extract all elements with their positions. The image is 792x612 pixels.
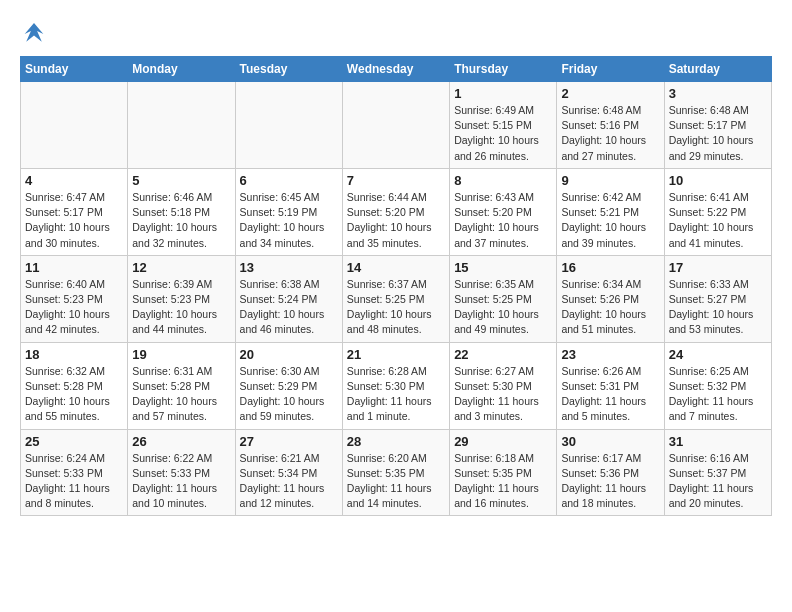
calendar-cell: 22Sunrise: 6:27 AMSunset: 5:30 PMDayligh… bbox=[450, 342, 557, 429]
day-info: Sunrise: 6:25 AMSunset: 5:32 PMDaylight:… bbox=[669, 364, 767, 425]
day-number: 6 bbox=[240, 173, 338, 188]
day-info: Sunrise: 6:40 AMSunset: 5:23 PMDaylight:… bbox=[25, 277, 123, 338]
day-info: Sunrise: 6:34 AMSunset: 5:26 PMDaylight:… bbox=[561, 277, 659, 338]
day-number: 2 bbox=[561, 86, 659, 101]
day-number: 9 bbox=[561, 173, 659, 188]
day-info: Sunrise: 6:42 AMSunset: 5:21 PMDaylight:… bbox=[561, 190, 659, 251]
day-info: Sunrise: 6:17 AMSunset: 5:36 PMDaylight:… bbox=[561, 451, 659, 512]
day-header-friday: Friday bbox=[557, 57, 664, 82]
day-info: Sunrise: 6:22 AMSunset: 5:33 PMDaylight:… bbox=[132, 451, 230, 512]
calendar-cell bbox=[235, 82, 342, 169]
day-number: 18 bbox=[25, 347, 123, 362]
day-header-monday: Monday bbox=[128, 57, 235, 82]
day-info: Sunrise: 6:18 AMSunset: 5:35 PMDaylight:… bbox=[454, 451, 552, 512]
calendar-cell: 13Sunrise: 6:38 AMSunset: 5:24 PMDayligh… bbox=[235, 255, 342, 342]
calendar-cell: 27Sunrise: 6:21 AMSunset: 5:34 PMDayligh… bbox=[235, 429, 342, 516]
day-number: 26 bbox=[132, 434, 230, 449]
day-number: 29 bbox=[454, 434, 552, 449]
day-info: Sunrise: 6:45 AMSunset: 5:19 PMDaylight:… bbox=[240, 190, 338, 251]
day-header-saturday: Saturday bbox=[664, 57, 771, 82]
day-info: Sunrise: 6:37 AMSunset: 5:25 PMDaylight:… bbox=[347, 277, 445, 338]
day-number: 4 bbox=[25, 173, 123, 188]
day-number: 19 bbox=[132, 347, 230, 362]
day-info: Sunrise: 6:43 AMSunset: 5:20 PMDaylight:… bbox=[454, 190, 552, 251]
day-info: Sunrise: 6:31 AMSunset: 5:28 PMDaylight:… bbox=[132, 364, 230, 425]
day-number: 12 bbox=[132, 260, 230, 275]
day-info: Sunrise: 6:39 AMSunset: 5:23 PMDaylight:… bbox=[132, 277, 230, 338]
calendar-cell: 29Sunrise: 6:18 AMSunset: 5:35 PMDayligh… bbox=[450, 429, 557, 516]
calendar-cell: 11Sunrise: 6:40 AMSunset: 5:23 PMDayligh… bbox=[21, 255, 128, 342]
day-header-tuesday: Tuesday bbox=[235, 57, 342, 82]
day-number: 1 bbox=[454, 86, 552, 101]
logo bbox=[20, 20, 52, 48]
day-number: 13 bbox=[240, 260, 338, 275]
day-number: 21 bbox=[347, 347, 445, 362]
calendar-cell: 4Sunrise: 6:47 AMSunset: 5:17 PMDaylight… bbox=[21, 168, 128, 255]
day-number: 5 bbox=[132, 173, 230, 188]
calendar-cell: 14Sunrise: 6:37 AMSunset: 5:25 PMDayligh… bbox=[342, 255, 449, 342]
calendar-cell: 20Sunrise: 6:30 AMSunset: 5:29 PMDayligh… bbox=[235, 342, 342, 429]
day-info: Sunrise: 6:48 AMSunset: 5:16 PMDaylight:… bbox=[561, 103, 659, 164]
calendar-cell: 10Sunrise: 6:41 AMSunset: 5:22 PMDayligh… bbox=[664, 168, 771, 255]
day-number: 8 bbox=[454, 173, 552, 188]
day-number: 7 bbox=[347, 173, 445, 188]
day-number: 25 bbox=[25, 434, 123, 449]
page-header bbox=[20, 20, 772, 48]
calendar-cell: 28Sunrise: 6:20 AMSunset: 5:35 PMDayligh… bbox=[342, 429, 449, 516]
calendar-cell: 15Sunrise: 6:35 AMSunset: 5:25 PMDayligh… bbox=[450, 255, 557, 342]
calendar-cell: 9Sunrise: 6:42 AMSunset: 5:21 PMDaylight… bbox=[557, 168, 664, 255]
calendar-cell: 26Sunrise: 6:22 AMSunset: 5:33 PMDayligh… bbox=[128, 429, 235, 516]
day-info: Sunrise: 6:46 AMSunset: 5:18 PMDaylight:… bbox=[132, 190, 230, 251]
day-info: Sunrise: 6:21 AMSunset: 5:34 PMDaylight:… bbox=[240, 451, 338, 512]
day-info: Sunrise: 6:20 AMSunset: 5:35 PMDaylight:… bbox=[347, 451, 445, 512]
calendar-cell: 23Sunrise: 6:26 AMSunset: 5:31 PMDayligh… bbox=[557, 342, 664, 429]
day-number: 24 bbox=[669, 347, 767, 362]
calendar-week-row: 1Sunrise: 6:49 AMSunset: 5:15 PMDaylight… bbox=[21, 82, 772, 169]
calendar-cell: 18Sunrise: 6:32 AMSunset: 5:28 PMDayligh… bbox=[21, 342, 128, 429]
day-info: Sunrise: 6:35 AMSunset: 5:25 PMDaylight:… bbox=[454, 277, 552, 338]
day-number: 27 bbox=[240, 434, 338, 449]
calendar-cell: 19Sunrise: 6:31 AMSunset: 5:28 PMDayligh… bbox=[128, 342, 235, 429]
calendar-table: SundayMondayTuesdayWednesdayThursdayFrid… bbox=[20, 56, 772, 516]
day-info: Sunrise: 6:49 AMSunset: 5:15 PMDaylight:… bbox=[454, 103, 552, 164]
day-info: Sunrise: 6:30 AMSunset: 5:29 PMDaylight:… bbox=[240, 364, 338, 425]
day-header-sunday: Sunday bbox=[21, 57, 128, 82]
day-number: 14 bbox=[347, 260, 445, 275]
calendar-cell: 21Sunrise: 6:28 AMSunset: 5:30 PMDayligh… bbox=[342, 342, 449, 429]
day-number: 17 bbox=[669, 260, 767, 275]
day-info: Sunrise: 6:26 AMSunset: 5:31 PMDaylight:… bbox=[561, 364, 659, 425]
day-info: Sunrise: 6:38 AMSunset: 5:24 PMDaylight:… bbox=[240, 277, 338, 338]
calendar-week-row: 4Sunrise: 6:47 AMSunset: 5:17 PMDaylight… bbox=[21, 168, 772, 255]
day-info: Sunrise: 6:48 AMSunset: 5:17 PMDaylight:… bbox=[669, 103, 767, 164]
calendar-cell bbox=[342, 82, 449, 169]
day-info: Sunrise: 6:44 AMSunset: 5:20 PMDaylight:… bbox=[347, 190, 445, 251]
calendar-cell bbox=[128, 82, 235, 169]
calendar-header-row: SundayMondayTuesdayWednesdayThursdayFrid… bbox=[21, 57, 772, 82]
day-number: 10 bbox=[669, 173, 767, 188]
day-info: Sunrise: 6:16 AMSunset: 5:37 PMDaylight:… bbox=[669, 451, 767, 512]
calendar-cell: 24Sunrise: 6:25 AMSunset: 5:32 PMDayligh… bbox=[664, 342, 771, 429]
day-header-thursday: Thursday bbox=[450, 57, 557, 82]
calendar-cell: 2Sunrise: 6:48 AMSunset: 5:16 PMDaylight… bbox=[557, 82, 664, 169]
day-info: Sunrise: 6:27 AMSunset: 5:30 PMDaylight:… bbox=[454, 364, 552, 425]
day-info: Sunrise: 6:41 AMSunset: 5:22 PMDaylight:… bbox=[669, 190, 767, 251]
day-number: 23 bbox=[561, 347, 659, 362]
day-info: Sunrise: 6:32 AMSunset: 5:28 PMDaylight:… bbox=[25, 364, 123, 425]
calendar-cell: 17Sunrise: 6:33 AMSunset: 5:27 PMDayligh… bbox=[664, 255, 771, 342]
calendar-cell: 30Sunrise: 6:17 AMSunset: 5:36 PMDayligh… bbox=[557, 429, 664, 516]
day-number: 15 bbox=[454, 260, 552, 275]
day-number: 28 bbox=[347, 434, 445, 449]
day-header-wednesday: Wednesday bbox=[342, 57, 449, 82]
day-info: Sunrise: 6:47 AMSunset: 5:17 PMDaylight:… bbox=[25, 190, 123, 251]
day-number: 22 bbox=[454, 347, 552, 362]
day-number: 20 bbox=[240, 347, 338, 362]
calendar-week-row: 25Sunrise: 6:24 AMSunset: 5:33 PMDayligh… bbox=[21, 429, 772, 516]
day-number: 16 bbox=[561, 260, 659, 275]
calendar-cell: 7Sunrise: 6:44 AMSunset: 5:20 PMDaylight… bbox=[342, 168, 449, 255]
calendar-cell bbox=[21, 82, 128, 169]
calendar-cell: 8Sunrise: 6:43 AMSunset: 5:20 PMDaylight… bbox=[450, 168, 557, 255]
calendar-cell: 6Sunrise: 6:45 AMSunset: 5:19 PMDaylight… bbox=[235, 168, 342, 255]
day-info: Sunrise: 6:28 AMSunset: 5:30 PMDaylight:… bbox=[347, 364, 445, 425]
calendar-week-row: 11Sunrise: 6:40 AMSunset: 5:23 PMDayligh… bbox=[21, 255, 772, 342]
calendar-cell: 3Sunrise: 6:48 AMSunset: 5:17 PMDaylight… bbox=[664, 82, 771, 169]
